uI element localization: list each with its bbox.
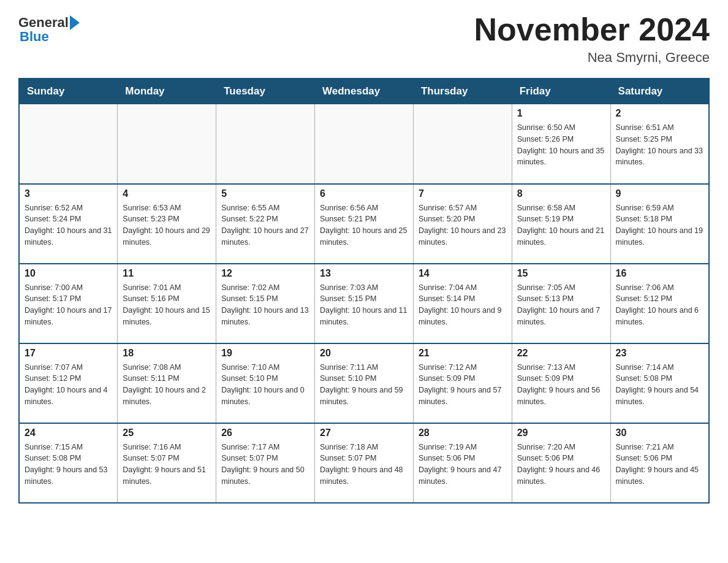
day-of-week-header: Sunday bbox=[19, 79, 118, 104]
calendar-cell: 28Sunrise: 7:19 AMSunset: 5:06 PMDayligh… bbox=[413, 423, 512, 503]
calendar-cell: 27Sunrise: 7:18 AMSunset: 5:07 PMDayligh… bbox=[315, 423, 414, 503]
day-number: 23 bbox=[616, 348, 703, 359]
page-header: General Blue November 2024 Nea Smyrni, G… bbox=[18, 12, 710, 66]
day-of-week-header: Monday bbox=[118, 79, 216, 104]
calendar-cell: 16Sunrise: 7:06 AMSunset: 5:12 PMDayligh… bbox=[610, 264, 709, 343]
day-number: 11 bbox=[123, 268, 211, 279]
day-number: 4 bbox=[123, 188, 211, 199]
day-number: 2 bbox=[616, 108, 703, 119]
sun-info: Sunrise: 6:52 AMSunset: 5:24 PMDaylight:… bbox=[25, 202, 112, 248]
calendar-cell: 25Sunrise: 7:16 AMSunset: 5:07 PMDayligh… bbox=[118, 423, 216, 503]
day-number: 17 bbox=[25, 348, 112, 359]
sun-info: Sunrise: 6:57 AMSunset: 5:20 PMDaylight:… bbox=[419, 202, 507, 248]
calendar-cell: 30Sunrise: 7:21 AMSunset: 5:06 PMDayligh… bbox=[610, 423, 709, 503]
sun-info: Sunrise: 7:17 AMSunset: 5:07 PMDaylight:… bbox=[221, 442, 309, 488]
calendar-cell: 5Sunrise: 6:55 AMSunset: 5:22 PMDaylight… bbox=[216, 184, 315, 264]
day-of-week-header: Tuesday bbox=[216, 79, 315, 104]
sun-info: Sunrise: 7:10 AMSunset: 5:10 PMDaylight:… bbox=[221, 362, 309, 408]
sun-info: Sunrise: 7:04 AMSunset: 5:14 PMDaylight:… bbox=[419, 282, 507, 328]
day-number: 3 bbox=[25, 188, 112, 199]
day-number: 27 bbox=[320, 427, 408, 439]
day-number: 25 bbox=[123, 427, 211, 439]
day-number: 7 bbox=[419, 188, 507, 199]
day-number: 30 bbox=[616, 427, 703, 439]
calendar-week-row: 17Sunrise: 7:07 AMSunset: 5:12 PMDayligh… bbox=[19, 343, 709, 423]
day-number: 18 bbox=[123, 348, 211, 359]
calendar-cell: 17Sunrise: 7:07 AMSunset: 5:12 PMDayligh… bbox=[19, 343, 118, 423]
day-number: 26 bbox=[221, 427, 309, 439]
logo-general-text: General bbox=[18, 16, 69, 29]
sun-info: Sunrise: 7:18 AMSunset: 5:07 PMDaylight:… bbox=[320, 442, 408, 488]
sun-info: Sunrise: 6:53 AMSunset: 5:23 PMDaylight:… bbox=[123, 202, 211, 248]
sun-info: Sunrise: 6:55 AMSunset: 5:22 PMDaylight:… bbox=[221, 202, 309, 248]
sun-info: Sunrise: 7:03 AMSunset: 5:15 PMDaylight:… bbox=[320, 282, 408, 328]
calendar-cell: 10Sunrise: 7:00 AMSunset: 5:17 PMDayligh… bbox=[19, 264, 118, 343]
calendar-cell bbox=[118, 104, 216, 184]
calendar-cell: 19Sunrise: 7:10 AMSunset: 5:10 PMDayligh… bbox=[216, 343, 315, 423]
sun-info: Sunrise: 7:07 AMSunset: 5:12 PMDaylight:… bbox=[25, 362, 112, 408]
location-subtitle: Nea Smyrni, Greece bbox=[474, 50, 710, 66]
calendar-week-row: 3Sunrise: 6:52 AMSunset: 5:24 PMDaylight… bbox=[19, 184, 709, 264]
day-of-week-header: Thursday bbox=[413, 79, 512, 104]
sun-info: Sunrise: 7:12 AMSunset: 5:09 PMDaylight:… bbox=[419, 362, 507, 408]
day-number: 22 bbox=[517, 348, 605, 359]
sun-info: Sunrise: 7:19 AMSunset: 5:06 PMDaylight:… bbox=[419, 442, 507, 488]
calendar-cell bbox=[315, 104, 414, 184]
calendar-cell: 14Sunrise: 7:04 AMSunset: 5:14 PMDayligh… bbox=[413, 264, 512, 343]
calendar-cell: 9Sunrise: 6:59 AMSunset: 5:18 PMDaylight… bbox=[610, 184, 709, 264]
sun-info: Sunrise: 6:56 AMSunset: 5:21 PMDaylight:… bbox=[320, 202, 408, 248]
calendar-cell: 18Sunrise: 7:08 AMSunset: 5:11 PMDayligh… bbox=[118, 343, 216, 423]
day-number: 8 bbox=[517, 188, 605, 199]
calendar-cell bbox=[413, 104, 512, 184]
logo-blue-text: Blue bbox=[20, 30, 49, 44]
day-of-week-header: Wednesday bbox=[315, 79, 414, 104]
day-number: 6 bbox=[320, 188, 408, 199]
sun-info: Sunrise: 7:20 AMSunset: 5:06 PMDaylight:… bbox=[517, 442, 605, 488]
calendar-week-row: 10Sunrise: 7:00 AMSunset: 5:17 PMDayligh… bbox=[19, 264, 709, 343]
calendar-cell: 21Sunrise: 7:12 AMSunset: 5:09 PMDayligh… bbox=[413, 343, 512, 423]
day-number: 15 bbox=[517, 268, 605, 279]
day-number: 12 bbox=[221, 268, 309, 279]
day-number: 16 bbox=[616, 268, 703, 279]
calendar-cell: 29Sunrise: 7:20 AMSunset: 5:06 PMDayligh… bbox=[512, 423, 610, 503]
calendar-cell: 7Sunrise: 6:57 AMSunset: 5:20 PMDaylight… bbox=[413, 184, 512, 264]
sun-info: Sunrise: 7:21 AMSunset: 5:06 PMDaylight:… bbox=[616, 442, 703, 488]
logo: General Blue bbox=[18, 12, 80, 44]
calendar-cell: 8Sunrise: 6:58 AMSunset: 5:19 PMDaylight… bbox=[512, 184, 610, 264]
calendar-cell: 4Sunrise: 6:53 AMSunset: 5:23 PMDaylight… bbox=[118, 184, 216, 264]
day-number: 24 bbox=[25, 427, 112, 439]
sun-info: Sunrise: 7:16 AMSunset: 5:07 PMDaylight:… bbox=[123, 442, 211, 488]
sun-info: Sunrise: 6:58 AMSunset: 5:19 PMDaylight:… bbox=[517, 202, 605, 248]
calendar-title: November 2024 bbox=[474, 12, 710, 47]
calendar-cell: 6Sunrise: 6:56 AMSunset: 5:21 PMDaylight… bbox=[315, 184, 414, 264]
day-number: 28 bbox=[419, 427, 507, 439]
calendar-cell: 20Sunrise: 7:11 AMSunset: 5:10 PMDayligh… bbox=[315, 343, 414, 423]
calendar-cell: 23Sunrise: 7:14 AMSunset: 5:08 PMDayligh… bbox=[610, 343, 709, 423]
day-number: 1 bbox=[517, 108, 605, 119]
calendar-cell: 1Sunrise: 6:50 AMSunset: 5:26 PMDaylight… bbox=[512, 104, 610, 184]
day-number: 19 bbox=[221, 348, 309, 359]
calendar-cell: 13Sunrise: 7:03 AMSunset: 5:15 PMDayligh… bbox=[315, 264, 414, 343]
calendar-cell: 12Sunrise: 7:02 AMSunset: 5:15 PMDayligh… bbox=[216, 264, 315, 343]
calendar-cell: 22Sunrise: 7:13 AMSunset: 5:09 PMDayligh… bbox=[512, 343, 610, 423]
day-of-week-header: Saturday bbox=[610, 79, 709, 104]
calendar-cell: 24Sunrise: 7:15 AMSunset: 5:08 PMDayligh… bbox=[19, 423, 118, 503]
sun-info: Sunrise: 6:50 AMSunset: 5:26 PMDaylight:… bbox=[517, 122, 605, 168]
calendar-cell bbox=[19, 104, 118, 184]
day-number: 20 bbox=[320, 348, 408, 359]
sun-info: Sunrise: 7:15 AMSunset: 5:08 PMDaylight:… bbox=[25, 442, 112, 488]
day-number: 10 bbox=[25, 268, 112, 279]
title-area: November 2024 Nea Smyrni, Greece bbox=[474, 12, 710, 66]
day-number: 29 bbox=[517, 427, 605, 439]
sun-info: Sunrise: 7:05 AMSunset: 5:13 PMDaylight:… bbox=[517, 282, 605, 328]
calendar-cell: 15Sunrise: 7:05 AMSunset: 5:13 PMDayligh… bbox=[512, 264, 610, 343]
sun-info: Sunrise: 7:08 AMSunset: 5:11 PMDaylight:… bbox=[123, 362, 211, 408]
day-number: 9 bbox=[616, 188, 703, 199]
calendar-cell bbox=[216, 104, 315, 184]
calendar-week-row: 24Sunrise: 7:15 AMSunset: 5:08 PMDayligh… bbox=[19, 423, 709, 503]
calendar-table: SundayMondayTuesdayWednesdayThursdayFrid… bbox=[18, 78, 710, 504]
sun-info: Sunrise: 7:06 AMSunset: 5:12 PMDaylight:… bbox=[616, 282, 703, 328]
day-number: 5 bbox=[221, 188, 309, 199]
logo-arrow-icon bbox=[70, 15, 80, 30]
sun-info: Sunrise: 7:01 AMSunset: 5:16 PMDaylight:… bbox=[123, 282, 211, 328]
